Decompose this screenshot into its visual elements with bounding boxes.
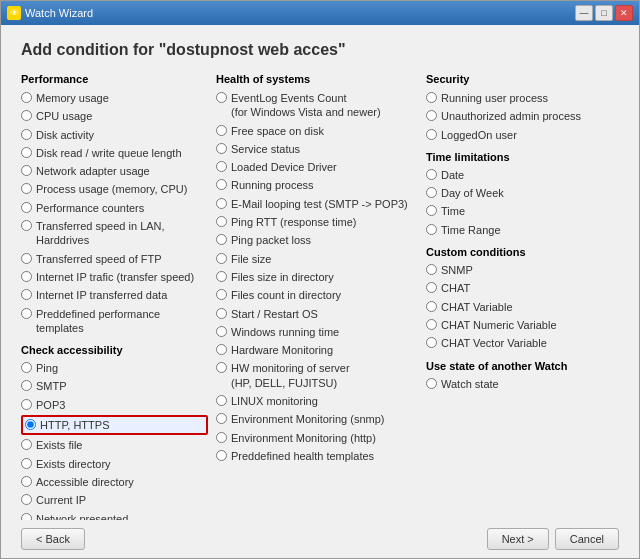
radio-ping-rtt[interactable]: Ping RTT (response time) <box>216 214 418 230</box>
radio-env-monitoring-http[interactable]: Environment Monitoring (http) <box>216 430 418 446</box>
radio-exists-file-input[interactable] <box>21 439 32 450</box>
radio-start-restart-os-input[interactable] <box>216 308 227 319</box>
next-button[interactable]: Next > <box>487 528 549 550</box>
radio-eventlog[interactable]: EventLog Events Count(for Windows Vista … <box>216 90 418 121</box>
radio-hardware-monitoring[interactable]: Hardware Monitoring <box>216 342 418 358</box>
radio-loaded-device-driver-input[interactable] <box>216 161 227 172</box>
close-button[interactable]: ✕ <box>615 5 633 21</box>
radio-predefined-perf-templates[interactable]: Preddefined performance templates <box>21 306 208 337</box>
radio-exists-directory-input[interactable] <box>21 458 32 469</box>
radio-exists-directory[interactable]: Exists directory <box>21 456 208 472</box>
radio-unauthorized-admin[interactable]: Unauthorized admin process <box>426 108 613 124</box>
radio-transferred-speed-ftp-input[interactable] <box>21 253 32 264</box>
radio-chat-vector-variable-input[interactable] <box>426 337 437 348</box>
radio-ping-packet-loss-input[interactable] <box>216 234 227 245</box>
radio-free-space[interactable]: Free space on disk <box>216 123 418 139</box>
radio-disk-activity-input[interactable] <box>21 129 32 140</box>
radio-predefined-health-templates-input[interactable] <box>216 450 227 461</box>
radio-chat-numeric-variable[interactable]: CHAT Numeric Variable <box>426 317 613 333</box>
radio-network-adapter[interactable]: Network adapter usage <box>21 163 208 179</box>
radio-linux-monitoring[interactable]: LINUX monitoring <box>216 393 418 409</box>
radio-day-of-week-input[interactable] <box>426 187 437 198</box>
radio-chat[interactable]: CHAT <box>426 280 613 296</box>
radio-memory-usage[interactable]: Memory usage <box>21 90 208 106</box>
radio-loggedon-user-input[interactable] <box>426 129 437 140</box>
radio-loaded-device-driver[interactable]: Loaded Device Driver <box>216 159 418 175</box>
radio-ping-packet-loss[interactable]: Ping packet loss <box>216 232 418 248</box>
radio-transferred-speed-lan-input[interactable] <box>21 220 32 231</box>
radio-perf-counters[interactable]: Performance counters <box>21 200 208 216</box>
radio-free-space-input[interactable] <box>216 125 227 136</box>
radio-network-presented[interactable]: Network presented(active any network ada… <box>21 511 208 520</box>
radio-network-presented-input[interactable] <box>21 513 32 520</box>
radio-transferred-speed-ftp[interactable]: Transferred speed of FTP <box>21 251 208 267</box>
radio-ping-rtt-input[interactable] <box>216 216 227 227</box>
minimize-button[interactable]: — <box>575 5 593 21</box>
radio-windows-running-time-input[interactable] <box>216 326 227 337</box>
radio-loggedon-user[interactable]: LoggedOn user <box>426 127 613 143</box>
radio-smtp[interactable]: SMTP <box>21 378 208 394</box>
radio-cpu-usage-input[interactable] <box>21 110 32 121</box>
maximize-button[interactable]: □ <box>595 5 613 21</box>
radio-snmp[interactable]: SNMP <box>426 262 613 278</box>
radio-chat-input[interactable] <box>426 282 437 293</box>
radio-env-monitoring-snmp[interactable]: Environment Monitoring (snmp) <box>216 411 418 427</box>
radio-current-ip[interactable]: Current IP <box>21 492 208 508</box>
radio-cpu-usage[interactable]: CPU usage <box>21 108 208 124</box>
radio-service-status-input[interactable] <box>216 143 227 154</box>
radio-memory-usage-input[interactable] <box>21 92 32 103</box>
radio-files-size-directory-input[interactable] <box>216 271 227 282</box>
radio-time-range[interactable]: Time Range <box>426 222 613 238</box>
radio-start-restart-os[interactable]: Start / Restart OS <box>216 306 418 322</box>
radio-process-usage-input[interactable] <box>21 183 32 194</box>
radio-internet-ip-transferred[interactable]: Internet IP transferred data <box>21 287 208 303</box>
radio-date-input[interactable] <box>426 169 437 180</box>
radio-file-size[interactable]: File size <box>216 251 418 267</box>
radio-perf-counters-input[interactable] <box>21 202 32 213</box>
radio-current-ip-input[interactable] <box>21 494 32 505</box>
radio-internet-ip-traffic[interactable]: Internet IP trafic (transfer speed) <box>21 269 208 285</box>
radio-pop3-input[interactable] <box>21 399 32 410</box>
radio-day-of-week[interactable]: Day of Week <box>426 185 613 201</box>
radio-time[interactable]: Time <box>426 203 613 219</box>
radio-hw-monitoring-server-input[interactable] <box>216 362 227 373</box>
radio-hardware-monitoring-input[interactable] <box>216 344 227 355</box>
radio-eventlog-input[interactable] <box>216 92 227 103</box>
radio-pop3[interactable]: POP3 <box>21 397 208 413</box>
radio-running-process[interactable]: Running process <box>216 177 418 193</box>
radio-ping-input[interactable] <box>21 362 32 373</box>
radio-chat-variable[interactable]: CHAT Variable <box>426 299 613 315</box>
radio-smtp-input[interactable] <box>21 380 32 391</box>
radio-ping[interactable]: Ping <box>21 360 208 376</box>
radio-disk-rw[interactable]: Disk read / write queue length <box>21 145 208 161</box>
radio-snmp-input[interactable] <box>426 264 437 275</box>
radio-service-status[interactable]: Service status <box>216 141 418 157</box>
radio-running-user-process[interactable]: Running user process <box>426 90 613 106</box>
radio-watch-state[interactable]: Watch state <box>426 376 613 392</box>
cancel-button[interactable]: Cancel <box>555 528 619 550</box>
radio-windows-running-time[interactable]: Windows running time <box>216 324 418 340</box>
radio-predefined-perf-templates-input[interactable] <box>21 308 32 319</box>
radio-chat-variable-input[interactable] <box>426 301 437 312</box>
radio-transferred-speed-lan[interactable]: Transferred speed in LAN,Harddrives <box>21 218 208 249</box>
radio-time-range-input[interactable] <box>426 224 437 235</box>
radio-env-monitoring-http-input[interactable] <box>216 432 227 443</box>
radio-internet-ip-traffic-input[interactable] <box>21 271 32 282</box>
radio-disk-activity[interactable]: Disk activity <box>21 127 208 143</box>
radio-files-count-directory[interactable]: Files count in directory <box>216 287 418 303</box>
radio-env-monitoring-snmp-input[interactable] <box>216 413 227 424</box>
radio-running-user-process-input[interactable] <box>426 92 437 103</box>
radio-exists-file[interactable]: Exists file <box>21 437 208 453</box>
radio-running-process-input[interactable] <box>216 179 227 190</box>
radio-files-size-directory[interactable]: Files size in directory <box>216 269 418 285</box>
radio-http-https-input[interactable] <box>25 419 36 430</box>
radio-accessible-directory-input[interactable] <box>21 476 32 487</box>
radio-chat-numeric-variable-input[interactable] <box>426 319 437 330</box>
radio-files-count-directory-input[interactable] <box>216 289 227 300</box>
radio-process-usage[interactable]: Process usage (memory, CPU) <box>21 181 208 197</box>
radio-accessible-directory[interactable]: Accessible directory <box>21 474 208 490</box>
radio-unauthorized-admin-input[interactable] <box>426 110 437 121</box>
radio-network-adapter-input[interactable] <box>21 165 32 176</box>
radio-date[interactable]: Date <box>426 167 613 183</box>
radio-file-size-input[interactable] <box>216 253 227 264</box>
